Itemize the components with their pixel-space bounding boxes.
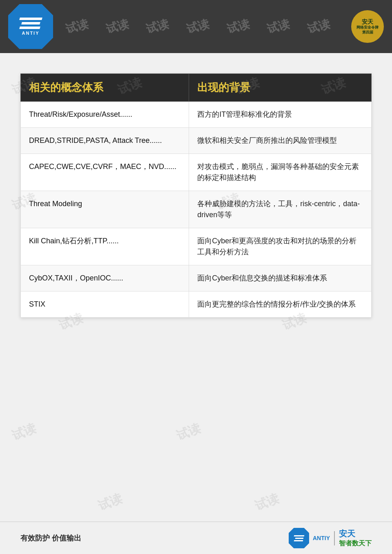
table-row: CAPEC,CWE,CVE,CVRF，MAEC，NVD...... 对攻击模式，… bbox=[21, 154, 372, 191]
row7-col1: STIX bbox=[21, 291, 189, 318]
body-wm-11: 试读 bbox=[96, 490, 125, 514]
row2-col2: 微软和相关安全厂商所推出的风险管理模型 bbox=[189, 128, 372, 154]
logo-line-3 bbox=[19, 27, 40, 29]
wm-4: 试读 bbox=[185, 16, 211, 37]
footer-antiy-text: ANTIY bbox=[313, 535, 330, 541]
badge-text: 安天 网络安全令牌 第四届 bbox=[356, 18, 379, 35]
table-header-row: 相关的概念体系 出现的背景 bbox=[21, 74, 372, 102]
col-header-background: 出现的背景 bbox=[189, 74, 372, 102]
logo-line-1 bbox=[19, 18, 42, 20]
table-row: DREAD,STRIDE,PASTA, Attack Tree...... 微软… bbox=[21, 128, 372, 154]
row3-col1: CAPEC,CWE,CVE,CVRF，MAEC，NVD...... bbox=[21, 154, 189, 191]
footer-brand: 安天 智者数天下 bbox=[339, 528, 372, 548]
wm-6: 试读 bbox=[265, 16, 292, 37]
row7-col2: 面向更完整的综合性的情报分析/作业/交换的体系 bbox=[189, 291, 372, 318]
row3-col2: 对攻击模式，脆弱点，漏洞等各种基础的安全元素的标定和描述结构 bbox=[189, 154, 372, 191]
footer: 有效防护 价值输出 ANTIY 安天 智者数天下 bbox=[0, 521, 392, 554]
row5-col2: 面向Cyber和更高强度的攻击和对抗的场景的分析工具和分析方法 bbox=[189, 228, 372, 265]
table-row-threat-modeling: Threat Modeling 各种威胁建模的方法论，工具，risk-centr… bbox=[21, 191, 372, 228]
table-row: Kill Chain,钻石分析,TTP...... 面向Cyber和更高强度的攻… bbox=[21, 228, 372, 265]
row4-col1: Threat Modeling bbox=[21, 191, 189, 228]
footer-logo: ANTIY 安天 智者数天下 bbox=[289, 528, 372, 548]
wm-2: 试读 bbox=[105, 16, 131, 37]
row4-col2: 各种威胁建模的方法论，工具，risk-centric，data-driven等等 bbox=[189, 191, 372, 228]
footer-slogan: 有效防护 价值输出 bbox=[20, 533, 81, 543]
body-wm-12: 试读 bbox=[253, 490, 281, 514]
footer-logo-icon bbox=[289, 528, 309, 548]
row6-col2: 面向Cyber和信息交换的描述和标准体系 bbox=[189, 265, 372, 291]
table-row: Threat/Risk/Exposure/Asset...... 西方的IT管理… bbox=[21, 102, 372, 128]
wm-7: 试读 bbox=[306, 16, 332, 37]
wm-3: 试读 bbox=[145, 16, 171, 37]
row1-col2: 西方的IT管理和标准化的背景 bbox=[189, 102, 372, 128]
antiy-badge: 安天 网络安全令牌 第四届 bbox=[351, 10, 384, 43]
antiy-logo: ANTIY bbox=[8, 4, 53, 49]
row1-col1: Threat/Risk/Exposure/Asset...... bbox=[21, 102, 189, 128]
body-wm-10: 试读 bbox=[174, 420, 203, 444]
wm-1: 试读 bbox=[64, 16, 90, 37]
col-header-concepts: 相关的概念体系 bbox=[21, 74, 189, 102]
header-right-logo: 安天 网络安全令牌 第四届 bbox=[351, 10, 384, 43]
logo-lines bbox=[20, 18, 42, 29]
table-row: CybOX,TAXII，OpenIOC...... 面向Cyber和信息交换的描… bbox=[21, 265, 372, 291]
header: ANTIY 试读 试读 试读 试读 试读 试读 试读 安天 网络安全令牌 第四届 bbox=[0, 0, 392, 53]
main-content: 相关的概念体系 出现的背景 Threat/Risk/Exposure/Asset… bbox=[0, 53, 392, 330]
wm-5: 试读 bbox=[225, 16, 252, 37]
footer-separator bbox=[334, 531, 335, 545]
row6-col1: CybOX,TAXII，OpenIOC...... bbox=[21, 265, 189, 291]
header-watermarks: 试读 试读 试读 试读 试读 试读 试读 bbox=[0, 0, 392, 53]
footer-logo-cn: 安天 bbox=[339, 528, 355, 539]
row2-col1: DREAD,STRIDE,PASTA, Attack Tree...... bbox=[21, 128, 189, 154]
logo-text: ANTIY bbox=[22, 31, 40, 36]
logo-line-2 bbox=[21, 22, 40, 24]
table-row: STIX 面向更完整的综合性的情报分析/作业/交换的体系 bbox=[21, 291, 372, 318]
body-wm-9: 试读 bbox=[10, 420, 38, 444]
main-table: 相关的概念体系 出现的背景 Threat/Risk/Exposure/Asset… bbox=[20, 73, 372, 318]
row5-col1: Kill Chain,钻石分析,TTP...... bbox=[21, 228, 189, 265]
footer-slogan-right: 智者数天下 bbox=[339, 539, 372, 548]
